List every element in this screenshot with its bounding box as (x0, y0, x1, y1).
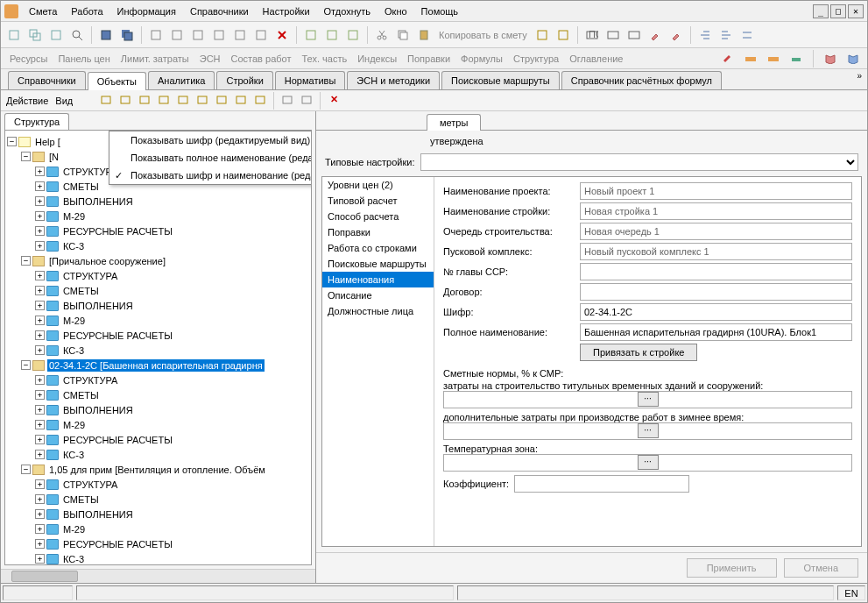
link-indeksy[interactable]: Индексы (354, 53, 400, 64)
tree-node[interactable]: +СМЕТЫ (7, 387, 309, 402)
toolbar-brush-icon-2[interactable] (667, 25, 686, 45)
actionbar-btn-4[interactable] (155, 92, 173, 108)
tree-node[interactable]: +РЕСУРСНЫЕ РАСЧЕТЫ (7, 328, 309, 343)
tree-toggle-icon[interactable]: − (7, 137, 17, 146)
toolbar-btn-11[interactable] (251, 25, 271, 45)
actionbar-btn-3[interactable] (136, 92, 153, 108)
tree-label[interactable]: РЕСУРСНЫЕ РАСЧЕТЫ (61, 538, 174, 550)
tree-label[interactable]: КС-3 (61, 553, 86, 565)
nav-item[interactable]: Типовой расчет (322, 193, 434, 209)
nav-item[interactable]: Поисковые маршруты (322, 256, 434, 272)
tree-label[interactable]: РЕСУРСНЫЕ РАСЧЕТЫ (61, 225, 174, 238)
tree-toggle-icon[interactable]: + (35, 450, 45, 459)
indent-left-icon[interactable] (695, 25, 715, 45)
tab-normativy[interactable]: Нормативы (275, 71, 346, 89)
ctx-item-fullname[interactable]: Показывать полное наименование (редактир… (109, 149, 312, 167)
menu-pomosch[interactable]: Помощь (414, 4, 466, 18)
toolbar-nc-btn-2[interactable] (603, 25, 623, 45)
tree-label[interactable]: СТРУКТУРА (61, 374, 119, 387)
actionbar-btn-9[interactable] (251, 92, 269, 108)
cut-icon[interactable] (372, 25, 392, 45)
actionbar-btn-10[interactable] (279, 92, 296, 108)
tree-toggle-icon[interactable]: + (35, 211, 45, 221)
tree-node[interactable]: +СТРУКТУРА (7, 268, 309, 283)
tree-label[interactable]: ВЫПОЛНЕНИЯ (61, 195, 135, 208)
tree-label[interactable]: КС-3 (61, 449, 86, 461)
scrollbar-thumb[interactable] (11, 571, 78, 582)
tab-overflow-icon[interactable]: » (857, 71, 862, 81)
left-tab-struktura[interactable]: Структура (4, 113, 69, 130)
toolbar-btn-10[interactable] (230, 25, 250, 45)
menu-nastroiki[interactable]: Настройки (256, 4, 317, 18)
toolbar-btn-7[interactable] (167, 25, 187, 45)
tree-label[interactable]: КС-3 (61, 344, 86, 357)
nav-item[interactable]: Должностные лица (322, 303, 434, 319)
toolbar-btn-15[interactable] (343, 25, 363, 45)
tree-toggle-icon[interactable]: + (35, 405, 45, 415)
tree-label[interactable]: 02-34.1-2С [Башенная испарительная гради… (47, 359, 265, 372)
actionbar-btn-1[interactable] (97, 92, 115, 108)
toolbar-btn-13[interactable] (301, 25, 321, 45)
tree-toggle-icon[interactable]: + (35, 554, 45, 564)
link-limit[interactable]: Лимит. затраты (117, 53, 193, 64)
hammer-icon[interactable] (719, 51, 737, 67)
menu-smeta[interactable]: Смета (22, 4, 64, 18)
tree-toggle-icon[interactable]: + (35, 420, 45, 429)
toolbar-last-icon[interactable] (737, 25, 757, 45)
menu-okno[interactable]: Окно (378, 4, 414, 18)
input-koef[interactable] (514, 475, 689, 493)
ctx-item-shifr-and-name[interactable]: ✓ Показывать шифр и наименование (редакт… (109, 167, 312, 184)
toolbar-btn-copy-target-2[interactable] (554, 25, 573, 45)
tree-toggle-icon[interactable]: − (21, 152, 31, 161)
tree-node[interactable]: +ВЫПОЛНЕНИЯ (7, 402, 309, 417)
tree-toggle-icon[interactable]: + (35, 196, 45, 206)
tree-node[interactable]: +РЕСУРСНЫЕ РАСЧЕТЫ (7, 223, 309, 238)
tree-node[interactable]: −[Причальное сооружение] (7, 253, 309, 268)
link-popravki[interactable]: Поправки (404, 53, 454, 64)
menu-otdohnut[interactable]: Отдохнуть (317, 4, 378, 18)
input-project[interactable] (580, 182, 852, 200)
tree-label[interactable]: ВЫПОЛНЕНИЯ (61, 404, 135, 416)
tab-analitika[interactable]: Аналитика (148, 71, 215, 89)
close-button[interactable]: ✕ (848, 4, 864, 18)
tree-toggle-icon[interactable]: + (35, 524, 45, 534)
tree-toggle-icon[interactable]: + (35, 375, 45, 385)
save-icon[interactable] (96, 25, 116, 45)
tab-poiskovye[interactable]: Поисковые маршруты (441, 71, 560, 89)
toolbar-btn-8[interactable] (188, 25, 208, 45)
tree-label[interactable]: М-29 (61, 419, 87, 431)
link-resursy[interactable]: Ресурсы (6, 53, 51, 64)
actionbar-btn-7[interactable] (213, 92, 230, 108)
link-esn[interactable]: ЭСН (196, 53, 224, 64)
tree-label[interactable]: М-29 (61, 210, 87, 223)
toolbar-btn-2[interactable] (25, 25, 45, 45)
link-sostav[interactable]: Состав работ (228, 53, 295, 64)
tree-node[interactable]: +М-29 (7, 521, 309, 536)
link-oglavlenie[interactable]: Оглавление (566, 53, 626, 64)
tree-toggle-icon[interactable]: − (21, 465, 31, 474)
link-tech[interactable]: Тех. часть (298, 53, 350, 64)
tree-toggle-icon[interactable]: + (35, 181, 45, 191)
input-fullname[interactable] (580, 323, 852, 341)
right-tab-parametry[interactable]: метры (427, 114, 481, 131)
tree-toggle-icon[interactable]: + (35, 330, 45, 340)
actionbar-close-icon[interactable]: ✕ (325, 92, 342, 108)
tree-toggle-icon[interactable]: + (35, 286, 45, 295)
tree-node[interactable]: +КС-3 (7, 447, 309, 462)
tree-label[interactable]: СТРУКТУРА (61, 479, 119, 491)
tree-label[interactable]: ВЫПОЛНЕНИЯ (61, 300, 135, 312)
toolbar-btn-14[interactable] (322, 25, 342, 45)
tree-label[interactable]: ВЫПОЛНЕНИЯ (61, 508, 135, 521)
delete-icon[interactable] (272, 25, 292, 45)
tree-toggle-icon[interactable]: + (35, 316, 45, 325)
tree-toggle-icon[interactable]: + (35, 494, 45, 504)
tree-label[interactable]: [Причальное сооружение] (47, 255, 167, 267)
tree-toggle-icon[interactable]: + (35, 226, 45, 236)
tree-node[interactable]: +СМЕТЫ (7, 283, 309, 298)
toolbar-nc-btn[interactable]: ПС (582, 25, 602, 45)
tree-node[interactable]: +КС-3 (7, 343, 309, 358)
tree-node[interactable]: +КС-3 (7, 551, 309, 565)
input-komplex[interactable] (580, 243, 852, 260)
nav-item[interactable]: Наименования (322, 272, 434, 287)
tree-node[interactable]: +М-29 (7, 209, 309, 223)
